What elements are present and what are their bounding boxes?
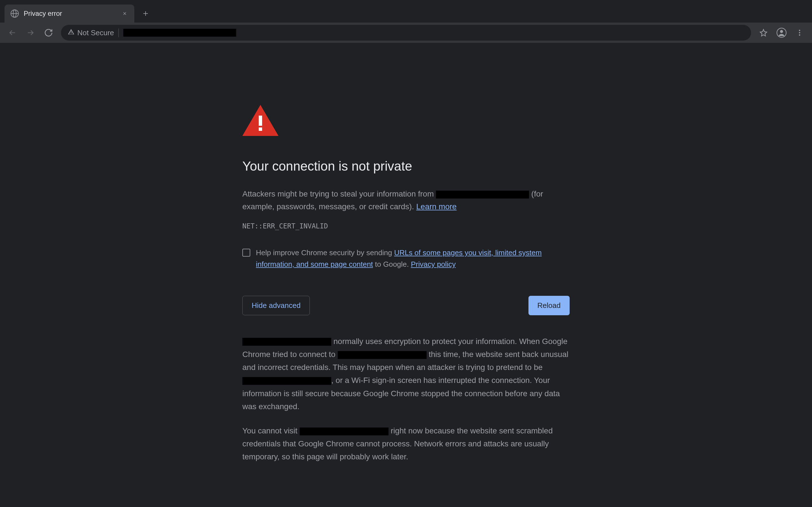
warning-triangle-icon (68, 29, 74, 37)
reload-button[interactable] (41, 25, 56, 41)
hide-advanced-button[interactable]: Hide advanced (242, 296, 310, 315)
redacted-domain (436, 190, 529, 199)
forward-button[interactable] (22, 25, 38, 41)
redacted-url (123, 29, 236, 37)
browser-tab[interactable]: Privacy error (4, 4, 134, 22)
bookmark-button[interactable] (756, 25, 771, 41)
opt-in-row: Help improve Chrome security by sending … (242, 247, 570, 270)
toolbar: Not Secure (0, 22, 812, 43)
svg-rect-7 (259, 116, 262, 126)
back-button[interactable] (4, 25, 20, 41)
warning-icon (242, 105, 278, 136)
menu-button[interactable] (792, 25, 808, 41)
new-tab-button[interactable] (139, 7, 152, 20)
security-indicator[interactable]: Not Secure (68, 29, 119, 37)
tab-strip: Privacy error (0, 0, 812, 22)
opt-in-checkbox[interactable] (242, 249, 250, 257)
svg-rect-8 (259, 127, 262, 131)
svg-point-6 (799, 35, 801, 36)
opt-in-text: Help improve Chrome security by sending … (256, 247, 570, 270)
reload-page-button[interactable]: Reload (529, 296, 570, 315)
redacted-domain (242, 377, 331, 385)
privacy-policy-link[interactable]: Privacy policy (411, 260, 456, 269)
redacted-domain (338, 351, 427, 359)
svg-point-3 (780, 30, 783, 33)
advanced-details: normally uses encryption to protect your… (242, 335, 570, 463)
svg-point-4 (799, 30, 801, 31)
profile-button[interactable] (774, 25, 790, 41)
redacted-domain (242, 338, 331, 346)
url-text (123, 29, 744, 37)
svg-point-5 (799, 32, 801, 34)
address-bar[interactable]: Not Secure (61, 25, 751, 41)
interstitial-page: Your connection is not private Attackers… (0, 43, 812, 474)
learn-more-link[interactable]: Learn more (416, 202, 456, 211)
redacted-domain (300, 428, 388, 435)
tab-title: Privacy error (24, 10, 116, 17)
page-title: Your connection is not private (242, 159, 570, 174)
close-icon[interactable] (121, 10, 129, 17)
globe-icon (10, 9, 19, 18)
button-row: Hide advanced Reload (242, 296, 570, 315)
warning-paragraph: Attackers might be trying to steal your … (242, 188, 570, 213)
security-label: Not Secure (77, 29, 114, 37)
error-code: NET::ERR_CERT_INVALID (242, 222, 570, 230)
